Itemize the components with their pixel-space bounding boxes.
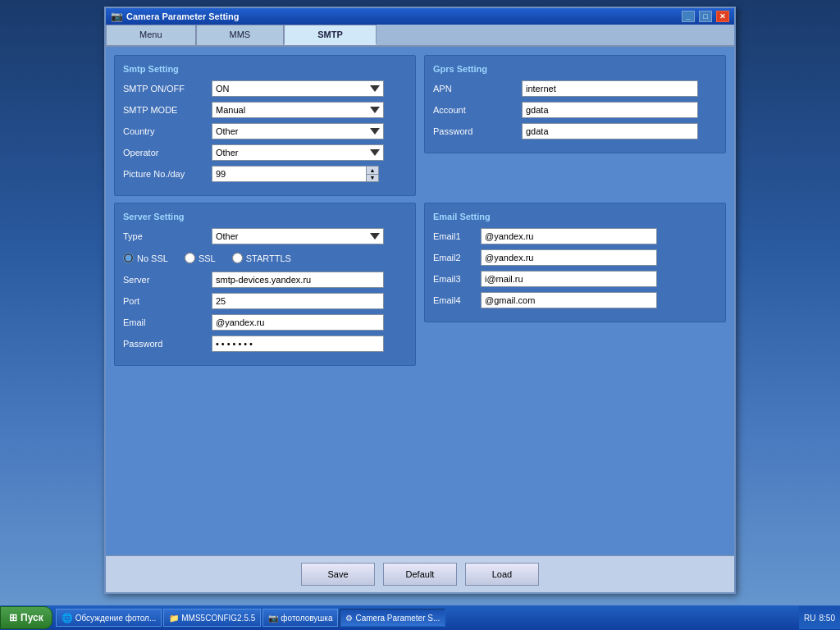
apn-input[interactable] — [522, 80, 698, 97]
lang-indicator: RU — [804, 614, 815, 623]
email-label: Email — [123, 317, 205, 327]
gprs-setting-title: Gprs Setting — [433, 64, 717, 74]
starttls-label: STARTTLS — [246, 253, 291, 263]
maximize-button[interactable]: □ — [699, 11, 712, 22]
window-title: Camera Parameter Setting — [126, 11, 678, 21]
spinbox-controls: ▲ ▼ — [366, 166, 379, 182]
no-ssl-label: No SSL — [137, 253, 168, 263]
smtp-mode-label: SMTP MODE — [123, 105, 205, 115]
start-label: Пуск — [21, 612, 43, 623]
server-password-row: Password — [123, 336, 407, 352]
email2-row: Email2 — [433, 249, 717, 266]
minimize-button[interactable]: _ — [682, 11, 695, 22]
smtp-setting-box: Smtp Setting SMTP ON/OFF ON OFF SMTP MOD… — [114, 55, 416, 196]
email1-row: Email1 — [433, 228, 717, 244]
content-area: Smtp Setting SMTP ON/OFF ON OFF SMTP MOD… — [106, 47, 734, 555]
tab-mms[interactable]: MMS — [196, 25, 285, 45]
start-button[interactable]: ⊞ Пуск — [0, 606, 52, 629]
smtp-mode-row: SMTP MODE Manual Auto — [123, 102, 407, 118]
email3-row: Email3 — [433, 271, 717, 287]
taskbar-item-trap[interactable]: 📷 фотоловушка — [262, 609, 338, 627]
starttls-radio[interactable] — [232, 253, 243, 263]
email2-label: Email2 — [433, 253, 474, 262]
no-ssl-option[interactable]: No SSL — [123, 253, 168, 263]
port-row: Port — [123, 293, 407, 309]
email-setting-title: Email Setting — [433, 212, 717, 221]
default-button[interactable]: Default — [383, 563, 457, 586]
email1-label: Email1 — [433, 231, 474, 241]
desktop: 📷 Camera Parameter Setting _ □ ✕ Menu MM… — [0, 0, 840, 630]
tab-smtp[interactable]: SMTP — [284, 25, 377, 45]
email-input[interactable] — [212, 314, 384, 331]
taskbar-item-mms[interactable]: 📁 MMS5CONFIG2.5.5 — [163, 609, 261, 627]
email3-input[interactable] — [481, 271, 657, 287]
gprs-setting-section: Gprs Setting APN Account Password — [424, 55, 726, 203]
apn-label: APN — [433, 84, 515, 94]
spinbox-down-button[interactable]: ▼ — [367, 175, 378, 182]
save-button[interactable]: Save — [301, 563, 375, 586]
email2-input[interactable] — [481, 249, 657, 266]
email4-input[interactable] — [481, 292, 657, 308]
account-label: Account — [433, 105, 515, 115]
ssl-radio-group: No SSL SSL STARTTLS — [123, 249, 407, 267]
ssl-radio[interactable] — [185, 253, 195, 263]
server-row: Server — [123, 272, 407, 288]
top-section: Smtp Setting SMTP ON/OFF ON OFF SMTP MOD… — [114, 55, 726, 203]
country-label: Country — [123, 126, 205, 136]
windows-icon: ⊞ — [9, 612, 17, 623]
ssl-option[interactable]: SSL — [185, 253, 216, 263]
window-icon: 📷 — [111, 11, 123, 22]
port-input[interactable] — [212, 293, 384, 309]
email1-input[interactable] — [481, 228, 657, 244]
email-row: Email — [123, 314, 407, 331]
no-ssl-radio[interactable] — [123, 253, 134, 263]
server-setting-section: Server Setting Type Other Gmail Yandex — [114, 203, 416, 372]
taskbar-right: RU 8:50 — [799, 606, 840, 629]
tab-bar: Menu MMS SMTP — [106, 25, 734, 47]
gprs-password-input[interactable] — [522, 123, 698, 139]
picture-input[interactable] — [212, 166, 366, 182]
type-label: Type — [123, 231, 205, 241]
spinbox-up-button[interactable]: ▲ — [367, 167, 378, 175]
taskbar-item-browser[interactable]: 🌐 Обсуждение фотол... — [56, 609, 162, 627]
load-button[interactable]: Load — [465, 563, 539, 586]
email3-label: Email3 — [433, 274, 474, 284]
server-password-label: Password — [123, 339, 205, 349]
settings-icon: ⚙ — [345, 614, 353, 623]
port-label: Port — [123, 296, 205, 306]
operator-select[interactable]: Other MTS — [212, 144, 384, 161]
titlebar: 📷 Camera Parameter Setting _ □ ✕ — [106, 8, 734, 25]
starttls-option[interactable]: STARTTLS — [232, 253, 291, 263]
country-row: Country Other Russia — [123, 123, 407, 139]
taskbar-item-3-label: фотоловушка — [281, 614, 332, 623]
email4-label: Email4 — [433, 295, 474, 305]
close-button[interactable]: ✕ — [716, 11, 729, 22]
server-input[interactable] — [212, 272, 384, 288]
country-select[interactable]: Other Russia — [212, 123, 384, 139]
browser-icon: 🌐 — [62, 613, 73, 623]
folder-icon: 📁 — [169, 614, 179, 623]
tab-menu[interactable]: Menu — [106, 25, 196, 45]
picture-row: Picture No./day ▲ ▼ — [123, 166, 407, 182]
taskbar-item-camera[interactable]: ⚙ Camera Parameter S... — [340, 609, 445, 627]
server-setting-title: Server Setting — [123, 212, 407, 221]
server-label: Server — [123, 275, 205, 285]
server-password-input[interactable] — [212, 336, 384, 352]
smtp-setting-title: Smtp Setting — [123, 64, 407, 74]
smtp-setting-section: Smtp Setting SMTP ON/OFF ON OFF SMTP MOD… — [114, 55, 416, 203]
taskbar-items: 🌐 Обсуждение фотол... 📁 MMS5CONFIG2.5.5 … — [52, 609, 799, 627]
bottom-bar: Save Default Load — [106, 555, 734, 592]
gprs-password-row: Password — [433, 123, 717, 139]
smtp-onoff-row: SMTP ON/OFF ON OFF — [123, 80, 407, 97]
picture-spinbox: ▲ ▼ — [212, 166, 379, 182]
taskbar-item-2-label: MMS5CONFIG2.5.5 — [181, 614, 255, 623]
camera-icon: 📷 — [268, 614, 278, 623]
smtp-mode-select[interactable]: Manual Auto — [212, 102, 384, 118]
account-input[interactable] — [522, 102, 698, 118]
gprs-setting-box: Gprs Setting APN Account Password — [424, 55, 726, 153]
account-row: Account — [433, 102, 717, 118]
picture-label: Picture No./day — [123, 169, 205, 179]
type-select[interactable]: Other Gmail Yandex — [212, 228, 384, 244]
smtp-onoff-label: SMTP ON/OFF — [123, 84, 205, 94]
smtp-onoff-select[interactable]: ON OFF — [212, 80, 384, 97]
